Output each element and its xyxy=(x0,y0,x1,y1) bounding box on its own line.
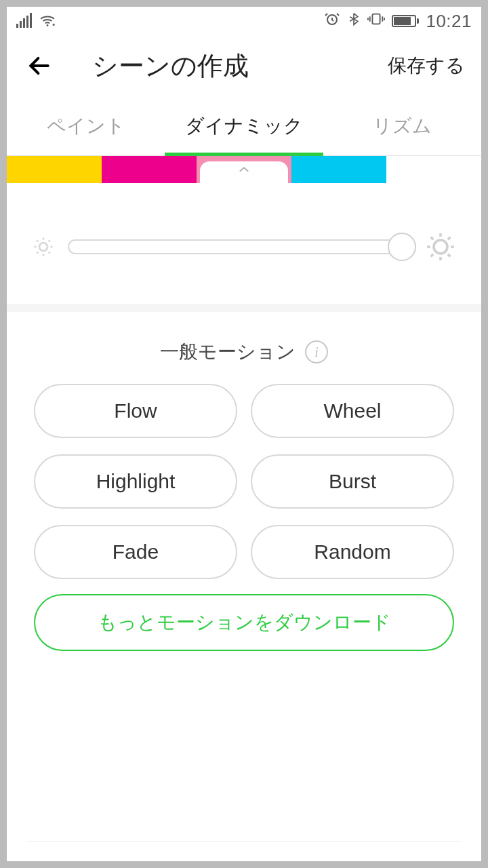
save-button[interactable]: 保存する xyxy=(385,47,468,84)
alarm-icon xyxy=(324,11,340,31)
color-swatch-magenta[interactable] xyxy=(102,156,197,183)
status-right: 10:21 xyxy=(324,11,472,32)
tab-rhythm[interactable]: リズム xyxy=(323,96,481,155)
tab-dynamic[interactable]: ダイナミック xyxy=(165,96,323,155)
motion-option-wheel[interactable]: Wheel xyxy=(251,384,454,438)
status-left xyxy=(16,12,56,30)
motion-option-highlight[interactable]: Highlight xyxy=(34,454,237,509)
motion-option-random[interactable]: Random xyxy=(251,525,454,579)
cell-signal-icon xyxy=(16,14,32,28)
vibrate-icon xyxy=(367,11,385,31)
svg-point-0 xyxy=(47,24,49,26)
info-icon[interactable]: i xyxy=(305,340,328,363)
svg-point-3 xyxy=(39,243,47,251)
slider-track xyxy=(68,239,412,254)
tab-paint[interactable]: ペイント xyxy=(7,96,165,155)
motion-section-header: 一般モーション i xyxy=(7,312,481,384)
motion-option-burst[interactable]: Burst xyxy=(251,454,454,509)
battery-icon xyxy=(392,15,419,27)
motion-option-flow[interactable]: Flow xyxy=(34,384,237,438)
bluetooth-icon xyxy=(347,11,361,31)
tab-bar: ペイント ダイナミック リズム xyxy=(7,96,481,156)
back-button[interactable] xyxy=(23,50,56,82)
status-bar: 10:21 xyxy=(7,7,481,35)
motion-option-fade[interactable]: Fade xyxy=(34,525,237,579)
motion-grid: Flow Wheel Highlight Burst Fade Random xyxy=(7,384,481,579)
color-swatch-cyan[interactable] xyxy=(291,156,386,183)
brightness-control xyxy=(7,183,481,312)
color-swatch-yellow[interactable] xyxy=(7,156,102,183)
slider-thumb[interactable] xyxy=(388,233,416,261)
brightness-high-icon xyxy=(424,231,457,263)
brightness-slider[interactable] xyxy=(68,233,412,260)
swatch-selected-handle[interactable] xyxy=(200,161,288,194)
app-header: シーンの作成 保存する xyxy=(7,35,481,96)
svg-rect-2 xyxy=(373,14,380,24)
brightness-low-icon xyxy=(31,235,56,259)
svg-point-4 xyxy=(434,240,447,254)
bottom-divider xyxy=(27,841,461,861)
motion-section-label: 一般モーション xyxy=(160,339,296,365)
color-swatch-pink-selected[interactable] xyxy=(197,156,291,183)
wifi-icon xyxy=(39,12,56,30)
color-swatch-empty[interactable] xyxy=(386,156,481,183)
color-swatch-strip xyxy=(7,156,481,183)
page-title: シーンの作成 xyxy=(92,49,249,83)
download-more-motions-button[interactable]: もっとモーションをダウンロード xyxy=(34,594,454,651)
clock-time: 10:21 xyxy=(426,11,472,32)
app-frame: 10:21 シーンの作成 保存する ペイント ダイナミック リズム xyxy=(7,7,481,861)
